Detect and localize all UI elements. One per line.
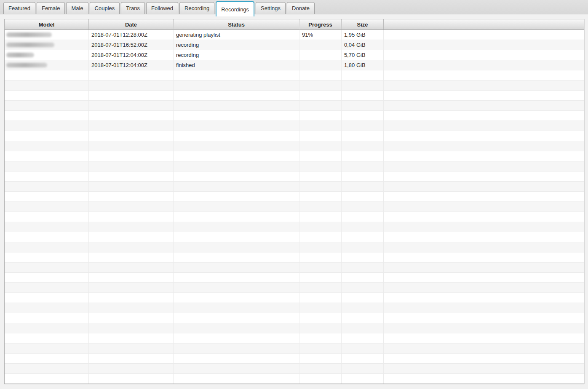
table-row-empty xyxy=(5,293,584,303)
cell-date xyxy=(89,283,174,293)
cell-date xyxy=(89,333,174,343)
cell-progress xyxy=(299,111,342,121)
cell-progress xyxy=(299,364,342,374)
cell-status: finished xyxy=(174,60,299,70)
column-header-filler[interactable] xyxy=(384,19,584,30)
cell-progress xyxy=(299,70,342,80)
cell-date: 2018-07-01T12:28:00Z xyxy=(89,30,174,40)
cell-size xyxy=(342,303,384,313)
cell-status xyxy=(174,323,299,333)
column-header-size[interactable]: Size xyxy=(342,19,384,30)
cell-filler xyxy=(384,111,584,121)
tab-trans[interactable]: Trans xyxy=(121,2,145,14)
cell-progress xyxy=(299,252,342,263)
cell-status xyxy=(174,232,299,242)
cell-status xyxy=(174,354,299,364)
cell-filler xyxy=(384,131,584,141)
cell-status xyxy=(174,101,299,111)
cell-filler xyxy=(384,323,584,333)
cell-progress xyxy=(299,151,342,161)
cell-filler xyxy=(384,202,584,212)
cell-size xyxy=(342,263,384,273)
cell-size xyxy=(342,80,384,91)
cell-size: 0,04 GiB xyxy=(342,40,384,50)
table-body: 2018-07-01T12:28:00Zgenerating playlist9… xyxy=(5,30,584,384)
table-row[interactable]: 2018-07-01T12:04:00Zrecording5,70 GiB xyxy=(5,50,584,60)
cell-filler xyxy=(384,192,584,202)
cell-date xyxy=(89,263,174,273)
table-row-empty xyxy=(5,364,584,374)
cell-model xyxy=(5,252,89,263)
cell-date xyxy=(89,192,174,202)
cell-progress: 91% xyxy=(299,30,342,40)
cell-date xyxy=(89,131,174,141)
table-row-empty xyxy=(5,252,584,263)
tab-couples[interactable]: Couples xyxy=(90,2,120,14)
cell-progress xyxy=(299,131,342,141)
column-header-status[interactable]: Status xyxy=(174,19,299,30)
cell-status xyxy=(174,131,299,141)
table-row-empty xyxy=(5,131,584,141)
table-row-empty xyxy=(5,222,584,232)
table-row-empty xyxy=(5,333,584,343)
tab-donate[interactable]: Donate xyxy=(287,2,315,14)
cell-status: recording xyxy=(174,50,299,60)
table-row[interactable]: 2018-07-01T12:04:00Zfinished1,80 GiB xyxy=(5,60,584,70)
cell-date: 2018-07-01T12:04:00Z xyxy=(89,60,174,70)
tab-female[interactable]: Female xyxy=(37,2,65,14)
cell-progress xyxy=(299,50,342,60)
cell-progress xyxy=(299,222,342,232)
tab-featured[interactable]: Featured xyxy=(3,2,35,14)
cell-progress xyxy=(299,121,342,131)
tab-recording[interactable]: Recording xyxy=(179,2,214,14)
recordings-table: ModelDateStatusProgressSize 2018-07-01T1… xyxy=(4,19,584,384)
table-row[interactable]: 2018-07-01T16:52:00Zrecording0,04 GiB xyxy=(5,40,584,50)
cell-progress xyxy=(299,323,342,333)
cell-filler xyxy=(384,60,584,70)
cell-model xyxy=(5,202,89,212)
table-header: ModelDateStatusProgressSize xyxy=(5,19,584,30)
cell-progress xyxy=(299,343,342,354)
cell-size xyxy=(342,111,384,121)
cell-size xyxy=(342,141,384,151)
tab-followed[interactable]: Followed xyxy=(146,2,178,14)
cell-progress xyxy=(299,182,342,192)
table-row-empty xyxy=(5,283,584,293)
table-row-empty xyxy=(5,80,584,91)
cell-size: 1,95 GiB xyxy=(342,30,384,40)
cell-status: recording xyxy=(174,40,299,50)
table-row-empty xyxy=(5,111,584,121)
cell-status xyxy=(174,263,299,273)
table-row-empty xyxy=(5,182,584,192)
table-row-empty xyxy=(5,354,584,364)
column-header-progress[interactable]: Progress xyxy=(299,19,342,30)
table-row-empty xyxy=(5,273,584,283)
column-header-date[interactable]: Date xyxy=(89,19,174,30)
cell-date xyxy=(89,161,174,172)
censored-model-name xyxy=(6,53,34,57)
cell-filler xyxy=(384,182,584,192)
cell-model xyxy=(5,232,89,242)
table-row-empty xyxy=(5,202,584,212)
table-row-empty xyxy=(5,242,584,252)
tab-recordings[interactable]: Recordings xyxy=(216,1,254,16)
cell-filler xyxy=(384,313,584,323)
cell-date xyxy=(89,293,174,303)
cell-date xyxy=(89,70,174,80)
cell-model xyxy=(5,273,89,283)
cell-size xyxy=(342,91,384,101)
column-header-model[interactable]: Model xyxy=(5,19,89,30)
cell-filler xyxy=(384,80,584,91)
cell-filler xyxy=(384,343,584,354)
cell-size xyxy=(342,212,384,222)
cell-progress xyxy=(299,313,342,323)
cell-status xyxy=(174,283,299,293)
tab-male[interactable]: Male xyxy=(66,2,88,14)
cell-date xyxy=(89,202,174,212)
cell-progress xyxy=(299,242,342,252)
table-row[interactable]: 2018-07-01T12:28:00Zgenerating playlist9… xyxy=(5,30,584,40)
cell-model xyxy=(5,131,89,141)
cell-progress xyxy=(299,303,342,313)
tab-settings[interactable]: Settings xyxy=(256,2,286,14)
cell-filler xyxy=(384,273,584,283)
